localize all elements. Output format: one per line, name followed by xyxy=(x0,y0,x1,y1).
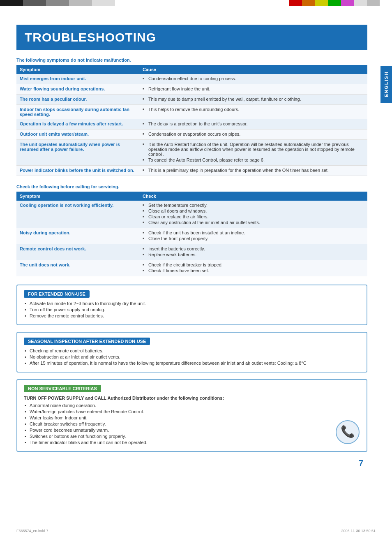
footer-left: F565574_en.indd 7 xyxy=(16,529,48,533)
symptoms-table-2: Symptom Check Cooling operation is not w… xyxy=(16,192,367,276)
table-row: Water flowing sound during operations.Re… xyxy=(16,84,367,95)
cause-cell: This is a preliminary step in preparatio… xyxy=(139,166,367,176)
symptom-cell: The unit operates automatically when pow… xyxy=(16,140,139,166)
symptom-cell: Indoor fan stops occasionally during aut… xyxy=(16,105,139,119)
list-item: Water leaks from Indoor unit. xyxy=(24,415,360,420)
cause-cell: Condensation or evaporation occurs on pi… xyxy=(139,130,367,140)
section2-heading: Check the following before calling for s… xyxy=(16,184,367,189)
table-row: The unit operates automatically when pow… xyxy=(16,140,367,166)
table-row: Noisy during operation.Check if the unit… xyxy=(16,228,367,244)
cause-cell: Set the temperature correctly.Close all … xyxy=(139,201,367,228)
list-item: It is the Auto Restart function of the u… xyxy=(143,142,364,157)
symptom-cell: Outdoor unit emits water/steam. xyxy=(16,130,139,140)
cause-cell: Refrigerant flow inside the unit. xyxy=(139,84,367,95)
table2-col2-header: Check xyxy=(139,192,367,201)
list-item: Abnormal noise during operation. xyxy=(24,403,360,408)
list-item: After 15 minutes of operation, it is nor… xyxy=(24,361,360,366)
list-item: Activate fan mode for 2~3 hours to thoro… xyxy=(24,301,360,306)
list-item: Refrigerant flow inside the unit. xyxy=(143,86,364,91)
list-item: This helps to remove the surrounding odo… xyxy=(143,107,364,112)
symptoms-table-1: Symptom Cause Mist emerges from indoor u… xyxy=(16,65,367,176)
phone-icon: 📞 xyxy=(335,420,360,444)
cause-cell: Check if the circuit breaker is tripped.… xyxy=(139,260,367,276)
list-item: No obstruction at air inlet and air outl… xyxy=(24,354,360,359)
list-item: Check if timers have been set. xyxy=(143,268,364,273)
footer: F565574_en.indd 7 2006-11-30 13:50:51 xyxy=(16,529,376,533)
cause-cell: The delay is a protection to the unit's … xyxy=(139,119,367,130)
table-row: Power indicator blinks before the unit i… xyxy=(16,166,367,176)
seasonal-title: SEASONAL INSPECTION AFTER EXTENDED NON-U… xyxy=(24,338,150,345)
list-item: The timer indicator blinks and the unit … xyxy=(24,440,360,445)
section1-heading: The following symptoms do not indicate m… xyxy=(16,58,367,62)
extended-non-use-box: FOR EXTENDED NON-USE Activate fan mode f… xyxy=(16,285,367,325)
cause-cell: It is the Auto Restart function of the u… xyxy=(139,140,367,166)
cause-cell: Check if the unit has been installed at … xyxy=(139,228,367,244)
symptom-cell: Mist emerges from indoor unit. xyxy=(16,74,139,84)
symptom-cell: Cooling operation is not working efficie… xyxy=(16,201,139,228)
title-box: TROUBLESHOOTING xyxy=(16,25,367,50)
list-item: Clean or replace the air filters. xyxy=(143,214,364,219)
symptom-cell: Water flowing sound during operations. xyxy=(16,84,139,95)
footer-right: 2006-11-30 13:50:51 xyxy=(341,529,376,533)
page-number: 7 xyxy=(16,458,367,468)
cause-cell: This helps to remove the surrounding odo… xyxy=(139,105,367,119)
symptom-cell: The room has a peculiar odour. xyxy=(16,95,139,105)
list-item: Replace weak batteries. xyxy=(143,252,364,257)
table1-col1-header: Symptom xyxy=(16,65,139,74)
symptom-cell: Power indicator blinks before the unit i… xyxy=(16,166,139,176)
list-item: Turn off the power supply and unplug. xyxy=(24,307,360,312)
symptom-cell: Operation is delayed a few minutes after… xyxy=(16,119,139,130)
cause-cell: This may due to damp smell emitted by th… xyxy=(139,95,367,105)
list-item: Condensation effect due to cooling proce… xyxy=(143,76,364,81)
table-row: Indoor fan stops occasionally during aut… xyxy=(16,105,367,119)
list-item: Close the front panel properly. xyxy=(143,236,364,241)
non-serviceable-box: NON SERVICEABLE CRITERIAS TURN OFF POWER… xyxy=(16,379,367,452)
extended-non-use-list: Activate fan mode for 2~3 hours to thoro… xyxy=(24,301,360,318)
list-item: Clear any obstruction at the air inlet a… xyxy=(143,220,364,225)
top-bar-left xyxy=(0,0,115,6)
list-item: This may due to damp smell emitted by th… xyxy=(143,97,364,102)
list-item: Check if the unit has been installed at … xyxy=(143,230,364,235)
list-item: Check if the circuit breaker is tripped. xyxy=(143,262,364,267)
list-item: Checking of remote control batteries. xyxy=(24,348,360,353)
list-item: Power cord becomes unnaturally warm. xyxy=(24,428,360,433)
table-row: Outdoor unit emits water/steam.Condensat… xyxy=(16,130,367,140)
list-item: The delay is a protection to the unit's … xyxy=(143,121,364,126)
symptom-cell: Noisy during operation. xyxy=(16,228,139,244)
list-item: Switches or buttons are not functioning … xyxy=(24,434,360,439)
side-english-label: ENGLISH xyxy=(380,66,392,103)
list-item: Water/foreign particles have entered the… xyxy=(24,409,360,414)
list-item: Circuit breaker switches off frequently. xyxy=(24,421,360,426)
table1-col2-header: Cause xyxy=(139,65,367,74)
list-item: Set the temperature correctly. xyxy=(143,203,364,208)
list-item: Remove the remote control batteries. xyxy=(24,313,360,318)
non-serviceable-list: Abnormal noise during operation.Water/fo… xyxy=(24,403,360,445)
table-row: The room has a peculiar odour.This may d… xyxy=(16,95,367,105)
table2-col1-header: Symptom xyxy=(16,192,139,201)
list-item: Condensation or evaporation occurs on pi… xyxy=(143,132,364,137)
seasonal-box: SEASONAL INSPECTION AFTER EXTENDED NON-U… xyxy=(16,332,367,373)
list-item: To cancel the Auto Restart Control, plea… xyxy=(143,157,364,162)
list-item: This is a preliminary step in preparatio… xyxy=(143,168,364,173)
cause-cell: Condensation effect due to cooling proce… xyxy=(139,74,367,84)
seasonal-list: Checking of remote control batteries.No … xyxy=(24,348,360,366)
symptom-cell: Remote control does not work. xyxy=(16,244,139,260)
table-row: Remote control does not work.Insert the … xyxy=(16,244,367,260)
table-row: Operation is delayed a few minutes after… xyxy=(16,119,367,130)
non-serviceable-title: NON SERVICEABLE CRITERIAS xyxy=(24,385,101,392)
page-title: TROUBLESHOOTING xyxy=(25,30,359,44)
table-row: The unit does not work.Check if the circ… xyxy=(16,260,367,276)
symptom-cell: The unit does not work. xyxy=(16,260,139,276)
svg-text:📞: 📞 xyxy=(341,425,355,438)
table-row: Mist emerges from indoor unit.Condensati… xyxy=(16,74,367,84)
list-item: Close all doors and windows. xyxy=(143,208,364,213)
extended-non-use-title: FOR EXTENDED NON-USE xyxy=(24,290,90,298)
turn-off-text: TURN OFF POWER SUPPLY and CALL Authorize… xyxy=(24,396,360,400)
table-row: Cooling operation is not working efficie… xyxy=(16,201,367,228)
list-item: Insert the batteries correctly. xyxy=(143,246,364,251)
top-bar-right xyxy=(289,0,380,6)
cause-cell: Insert the batteries correctly.Replace w… xyxy=(139,244,367,260)
